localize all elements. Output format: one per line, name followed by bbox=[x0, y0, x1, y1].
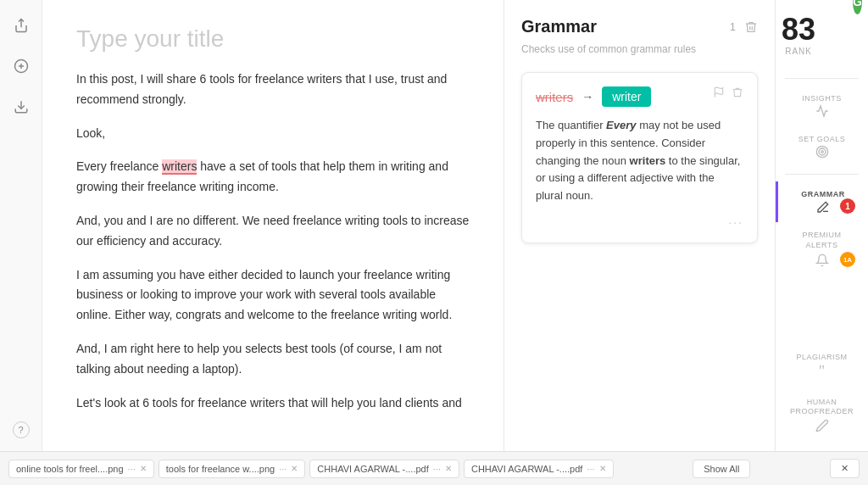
proofreader-label: HUMANPROOFREADER bbox=[790, 398, 854, 417]
tab-4-close[interactable]: ✕ bbox=[599, 464, 606, 473]
grammar-card-body: The quantifier Every may not be used pro… bbox=[536, 117, 743, 205]
word-original: writers bbox=[536, 90, 573, 104]
card-footer-dots: ··· bbox=[536, 215, 743, 229]
word-suggestion[interactable]: writer bbox=[602, 86, 651, 107]
tab-3-label: CHHAVI AGARWAL -....pdf bbox=[317, 464, 428, 474]
bottom-tab-4[interactable]: CHHAVI AGARWAL -....pdf ··· ✕ bbox=[464, 460, 614, 478]
premium-badge: 1A bbox=[840, 252, 855, 267]
user-avatar[interactable]: G bbox=[853, 0, 862, 14]
bottom-bar: online tools for freel....png ··· ✕ tool… bbox=[0, 451, 868, 485]
insights-icon bbox=[815, 104, 829, 118]
arrow-icon: → bbox=[581, 90, 593, 103]
sidebar-item-premium-alerts[interactable]: PREMIUMALERTS 1A bbox=[776, 222, 868, 276]
tab-3-dots[interactable]: ··· bbox=[433, 464, 441, 474]
goals-icon bbox=[815, 145, 829, 159]
editor-title[interactable]: Type your title bbox=[76, 25, 470, 53]
paragraph-5: I am assuming you have either decided to… bbox=[76, 265, 470, 326]
sidebar-item-grammar[interactable]: GRAMMAR 1 bbox=[776, 181, 868, 222]
paragraph-3: Every freelance writers have a set of to… bbox=[76, 157, 470, 198]
svg-point-7 bbox=[819, 148, 826, 155]
download-button[interactable] bbox=[8, 94, 34, 120]
tab-2-label: tools for freelance w....png bbox=[166, 464, 275, 474]
proofreader-icon bbox=[815, 419, 829, 432]
tab-3-close[interactable]: ✕ bbox=[445, 464, 452, 473]
grammar-panel-title: Grammar bbox=[521, 17, 597, 36]
grammar-panel-subtitle: Checks use of common grammar rules bbox=[521, 43, 758, 55]
left-sidebar: ? bbox=[0, 0, 42, 451]
svg-point-6 bbox=[816, 146, 827, 157]
set-goals-label: SET GOALS bbox=[798, 135, 845, 143]
svg-point-8 bbox=[821, 151, 823, 153]
editor-content[interactable]: In this post, I will share 6 tools for f… bbox=[76, 70, 470, 413]
grammar-card: writers → writer The quantifier Eve bbox=[521, 72, 758, 243]
tab-1-dots[interactable]: ··· bbox=[128, 464, 136, 474]
close-all-button[interactable]: ✕ bbox=[830, 459, 860, 478]
insights-label: INSIGHTS bbox=[802, 94, 842, 103]
paragraph-7: Let's look at 6 tools for freelance writ… bbox=[76, 393, 470, 414]
grammar-count: 1 bbox=[730, 20, 736, 33]
premium-alerts-label: PREMIUMALERTS bbox=[803, 231, 842, 250]
card-action-icons bbox=[713, 86, 743, 98]
score-section: 83 RANK bbox=[782, 14, 815, 56]
trash-card-icon[interactable] bbox=[732, 86, 743, 98]
score-label: RANK bbox=[785, 47, 812, 56]
paragraph-4: And, you and I are no different. We need… bbox=[76, 211, 470, 252]
grammar-nav-label: GRAMMAR bbox=[801, 190, 845, 198]
sidebar-divider bbox=[785, 78, 859, 79]
trash-icon[interactable] bbox=[744, 20, 758, 34]
tab-4-dots[interactable]: ··· bbox=[587, 464, 594, 474]
paragraph-2: Look, bbox=[76, 124, 470, 144]
show-all-button[interactable]: Show All bbox=[693, 460, 750, 478]
highlighted-word[interactable]: writers bbox=[162, 159, 197, 175]
help-button[interactable]: ? bbox=[13, 421, 30, 438]
share-button[interactable] bbox=[8, 13, 34, 38]
plagiarism-label: PLAGIARISM bbox=[796, 353, 847, 361]
tab-2-close[interactable]: ✕ bbox=[291, 464, 298, 473]
bottom-tab-2[interactable]: tools for freelance w....png ··· ✕ bbox=[159, 460, 306, 478]
paragraph-1: In this post, I will share 6 tools for f… bbox=[76, 70, 470, 110]
premium-icon bbox=[815, 254, 829, 267]
grammar-badge: 1 bbox=[840, 198, 855, 214]
plagiarism-icon: " bbox=[819, 363, 825, 381]
tab-1-close[interactable]: ✕ bbox=[140, 464, 147, 473]
grammar-panel-actions: 1 bbox=[730, 20, 758, 34]
grammar-card-header: writers → writer bbox=[536, 86, 743, 107]
sidebar-item-insights[interactable]: INSIGHTS bbox=[776, 86, 868, 126]
editor-area[interactable]: Type your title In this post, I will sha… bbox=[42, 0, 504, 451]
grammar-panel-header: Grammar 1 bbox=[521, 17, 758, 36]
paragraph-6: And, I am right here to help you selects… bbox=[76, 339, 470, 380]
grammar-icon bbox=[816, 200, 830, 214]
tab-2-dots[interactable]: ··· bbox=[279, 464, 287, 474]
sidebar-item-proofreader[interactable]: HUMANPROOFREADER bbox=[776, 389, 868, 441]
bottom-tab-1[interactable]: online tools for freel....png ··· ✕ bbox=[8, 460, 154, 478]
sidebar-item-plagiarism[interactable]: PLAGIARISM " bbox=[776, 344, 868, 389]
tab-1-label: online tools for freel....png bbox=[16, 464, 124, 474]
sidebar-divider-2 bbox=[785, 174, 859, 175]
score-number: 83 bbox=[782, 14, 815, 45]
grammar-panel: Grammar 1 Checks use of common grammar r… bbox=[504, 0, 775, 451]
sidebar-item-set-goals[interactable]: SET GOALS bbox=[776, 126, 868, 167]
right-sidebar: 83 RANK G INSIGHTS SET GOALS GRAMMAR bbox=[775, 0, 868, 451]
add-button[interactable] bbox=[8, 53, 34, 79]
flag-icon[interactable] bbox=[713, 86, 725, 98]
bottom-tab-3[interactable]: CHHAVI AGARWAL -....pdf ··· ✕ bbox=[309, 460, 459, 478]
tab-4-label: CHHAVI AGARWAL -....pdf bbox=[471, 464, 582, 474]
